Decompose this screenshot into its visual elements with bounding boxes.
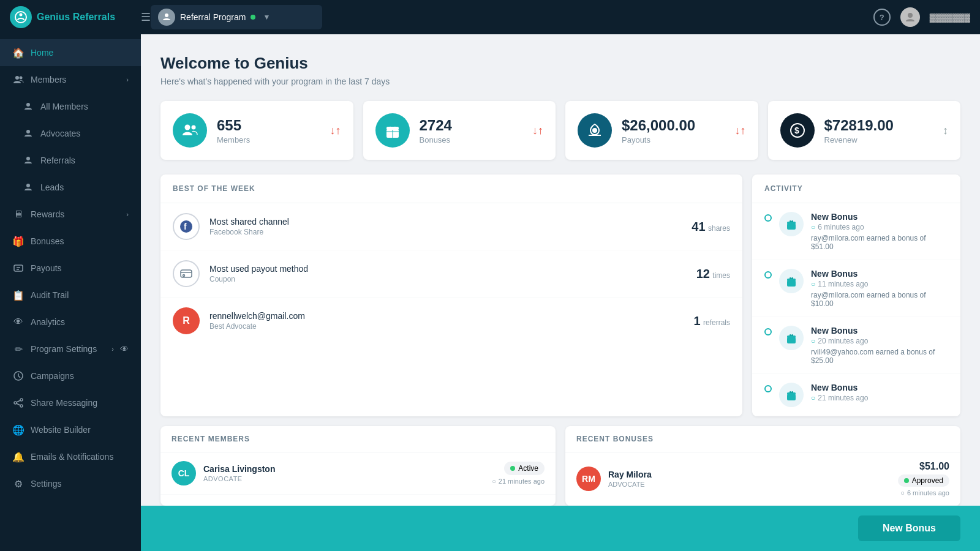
page-subtitle: Here's what's happened with your program… <box>160 77 960 86</box>
svg-rect-26 <box>787 223 796 230</box>
bonus-role-1: ADVOCATE <box>608 481 891 488</box>
recent-section: RECENT MEMBERS CL Carisa Livingston ADVO… <box>160 426 960 506</box>
sidebar-item-settings[interactable]: ⚙ Settings <box>0 470 141 497</box>
recent-bonuses-title: RECENT BONUSES <box>576 435 949 443</box>
sidebar-item-home[interactable]: 🏠 Home <box>0 39 141 66</box>
stat-cards: 655 Members ↓↑ 2724 Bonuses ↓↑ <box>160 101 960 160</box>
logo-icon <box>10 6 32 28</box>
svg-point-4 <box>15 76 19 80</box>
bonus-status-dot-1 <box>904 478 909 483</box>
svg-text:f: f <box>184 222 187 231</box>
svg-text:$: $ <box>794 126 799 135</box>
svg-rect-32 <box>787 394 796 400</box>
svg-rect-27 <box>787 222 796 224</box>
activity-content-3: New Bonus ○ 20 minutes ago rvill49@yahoo… <box>811 326 948 365</box>
analytics-icon: 👁 <box>12 316 24 328</box>
help-icon[interactable]: ? <box>873 9 891 26</box>
svg-point-8 <box>26 157 30 160</box>
activity-content-2: New Bonus ○ 11 minutes ago ray@milora.co… <box>811 269 948 308</box>
activity-title: ACTIVITY <box>764 184 948 193</box>
program-status-dot <box>251 15 255 20</box>
bonus-name-1: Ray Milora <box>608 470 891 479</box>
best-of-week-panel: BEST OF THE WEEK f Most shared channel F… <box>160 174 742 416</box>
activity-item-time-2: ○ 11 minutes ago <box>811 280 948 288</box>
sidebar-item-analytics[interactable]: 👁 Analytics <box>0 309 141 335</box>
status-badge-active: Active <box>504 462 545 475</box>
activity-item-title-3: New Bonus <box>811 326 948 335</box>
all-members-icon <box>22 100 34 113</box>
best-of-week-title: BEST OF THE WEEK <box>173 184 730 193</box>
revenew-stat-value: $72819.00 <box>824 117 933 134</box>
share-messaging-icon <box>12 397 24 409</box>
program-selector[interactable]: Referral Program ▼ <box>151 5 322 29</box>
activity-item-desc-3: rvill49@yahoo.com earned a bonus of $25.… <box>811 348 948 365</box>
activity-item-3: New Bonus ○ 20 minutes ago rvill49@yahoo… <box>752 317 960 374</box>
stat-card-revenew: $ $72819.00 Revenew ↕ <box>768 101 961 160</box>
recent-members-panel: RECENT MEMBERS CL Carisa Livingston ADVO… <box>160 426 556 506</box>
activity-item-time-3: ○ 20 minutes ago <box>811 337 948 345</box>
new-bonus-bar: New Bonus <box>141 506 980 551</box>
sidebar-item-advocates[interactable]: Advocates <box>0 120 141 147</box>
activity-item-2: New Bonus ○ 11 minutes ago ray@milora.co… <box>752 260 960 317</box>
sidebar-item-all-members[interactable]: All Members <box>0 93 141 120</box>
layout: 🏠 Home Members › All Members Advocates <box>0 34 980 551</box>
bonuses-stat-icon <box>375 113 410 148</box>
sidebar-item-bonuses[interactable]: 🎁 Bonuses <box>0 228 141 255</box>
activity-dot-1 <box>764 214 772 222</box>
activity-item-desc-2: ray@milora.com earned a bonus of $10.00 <box>811 291 948 308</box>
activity-bonus-icon-4 <box>779 383 804 407</box>
svg-point-12 <box>20 399 23 401</box>
emails-notifications-icon: 🔔 <box>12 451 24 463</box>
channel-info: Most shared channel Facebook Share <box>209 217 682 236</box>
activity-item-title-1: New Bonus <box>811 212 948 222</box>
revenew-stat-label: Revenew <box>824 135 933 144</box>
sidebar-item-referrals[interactable]: Referrals <box>0 147 141 174</box>
members-trend-icon: ↓↑ <box>330 124 341 137</box>
revenew-stat-info: $72819.00 Revenew <box>824 117 933 144</box>
bonus-time-1: ○ 6 minutes ago <box>900 489 949 497</box>
activity-content-1: New Bonus ○ 6 minutes ago ray@milora.com… <box>811 212 948 251</box>
svg-rect-31 <box>787 335 796 338</box>
recent-bonuses-panel: RECENT BONUSES RM Ray Milora ADVOCATE $5… <box>565 426 960 506</box>
hamburger-icon[interactable]: ☰ <box>141 10 151 24</box>
channel-stat: 41 shares <box>692 220 730 234</box>
activity-item-title-2: New Bonus <box>811 269 948 279</box>
sidebar-item-campaigns[interactable]: Campaigns <box>0 362 141 389</box>
stat-card-members: 655 Members ↓↑ <box>160 101 353 160</box>
payouts-icon <box>12 262 24 274</box>
svg-point-9 <box>26 184 30 187</box>
bonus-info-1: Ray Milora ADVOCATE <box>608 470 891 488</box>
logo-area: Genius Referrals ☰ <box>10 6 151 28</box>
svg-point-1 <box>20 13 23 17</box>
recent-members-title: RECENT MEMBERS <box>172 435 545 443</box>
page-title: Welcome to Genius <box>160 54 960 73</box>
user-avatar[interactable] <box>900 7 920 27</box>
sidebar-item-leads[interactable]: Leads <box>0 174 141 201</box>
svg-point-16 <box>192 126 196 130</box>
sidebar-item-rewards[interactable]: 🖥 Rewards › <box>0 201 141 228</box>
svg-rect-29 <box>787 279 796 281</box>
audit-trail-icon: 📋 <box>12 289 24 301</box>
new-bonus-button[interactable]: New Bonus <box>858 515 960 541</box>
sidebar-item-program-settings[interactable]: ✏ Program Settings › 👁 <box>0 335 141 362</box>
revenew-trend-icon: ↕ <box>943 124 948 137</box>
home-icon: 🏠 <box>12 47 24 59</box>
sidebar-item-emails-notifications[interactable]: 🔔 Emails & Notifications <box>0 443 141 470</box>
sidebar-item-payouts[interactable]: Payouts <box>0 255 141 282</box>
sidebar-item-members[interactable]: Members › <box>0 66 141 93</box>
activity-item-1: New Bonus ○ 6 minutes ago ray@milora.com… <box>752 203 960 260</box>
sidebar-item-audit-trail[interactable]: 📋 Audit Trail <box>0 282 141 309</box>
activity-bonus-icon-3 <box>779 326 804 350</box>
program-icon <box>158 9 175 26</box>
payouts-stat-icon <box>578 113 612 148</box>
activity-item-time-4: ○ 21 minutes ago <box>811 394 948 402</box>
status-time-1: ○ 21 minutes ago <box>492 478 545 485</box>
member-name-1: Carisa Livingston <box>203 464 484 474</box>
payout-info: Most used payout method Coupon <box>209 264 687 283</box>
recent-member-item-1: CL Carisa Livingston ADVOCATE Active ○ 2… <box>160 452 556 495</box>
top-nav: Genius Referrals ☰ Referral Program ▼ ? … <box>0 0 980 34</box>
sidebar-item-website-builder[interactable]: 🌐 Website Builder <box>0 416 141 443</box>
stat-card-bonuses: 2724 Bonuses ↓↑ <box>363 101 556 160</box>
svg-point-15 <box>185 125 190 130</box>
sidebar-item-share-messaging[interactable]: Share Messaging <box>0 389 141 416</box>
